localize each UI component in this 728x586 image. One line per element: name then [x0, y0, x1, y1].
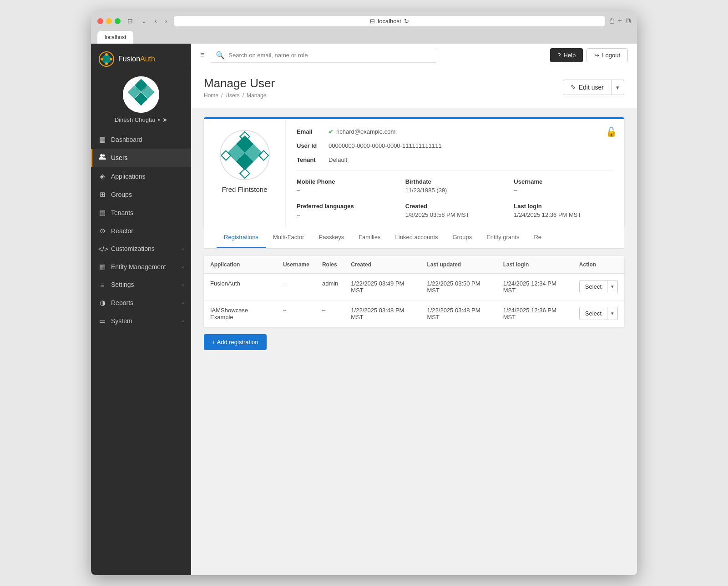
cell-roles: – [316, 300, 344, 327]
help-button[interactable]: ? Help [550, 48, 583, 62]
chevron-down-icon[interactable]: ⌄ [139, 16, 149, 25]
applications-icon: ◈ [98, 172, 106, 180]
cell-last-login: 1/24/2025 12:36 PM MST [497, 300, 573, 327]
tab-multi-factor[interactable]: Multi-Factor [266, 227, 312, 248]
user-details-section: 🔓 Email ✔ richard@example.com [286, 119, 624, 227]
tab-passkeys[interactable]: Passkeys [312, 227, 352, 248]
sidebar-item-groups[interactable]: ⊞ Groups [91, 185, 191, 204]
sidebar-item-users[interactable]: Users [91, 149, 191, 167]
header-actions: ✎ Edit user ▾ [563, 80, 624, 95]
table-row: FusionAuth – admin 1/22/2025 03:49 PM MS… [204, 273, 624, 300]
cell-roles: admin [316, 273, 344, 300]
minimize-traffic-light[interactable] [106, 18, 112, 24]
sidebar: FusionAuth [91, 44, 191, 575]
search-box[interactable]: 🔍 [210, 48, 437, 63]
svg-point-2 [105, 53, 108, 56]
fullscreen-traffic-light[interactable] [115, 18, 121, 24]
brand-name: FusionAuth [118, 55, 155, 63]
content-body: Fred Flintstone 🔓 Email ✔ [191, 108, 637, 575]
svg-point-16 [103, 154, 105, 156]
col-last-updated: Last updated [421, 256, 497, 274]
sidebar-item-system[interactable]: ▭ System ‹ [91, 312, 191, 330]
refresh-icon[interactable]: ↻ [404, 18, 409, 25]
tab-re[interactable]: Re [526, 227, 549, 248]
menu-icon[interactable]: ≡ [200, 51, 204, 59]
breadcrumb: Home / Users / Manage [204, 92, 275, 99]
sidebar-avatar-section: Dinesh Chugtai ▪ ➤ [91, 73, 191, 130]
browser-controls: ⊟ ⌄ ‹ › [125, 16, 169, 25]
preferred-languages-col: Preferred languages – [297, 203, 396, 218]
breadcrumb-users[interactable]: Users [225, 92, 239, 99]
breadcrumb-sep-1: / [221, 92, 222, 99]
chevron-left-icon-rep: ‹ [182, 300, 184, 306]
sidebar-user-avatar [123, 76, 159, 113]
reactor-icon: ⊙ [98, 227, 106, 235]
chevron-left-icon-sys: ‹ [182, 318, 184, 324]
sidebar-item-settings-label: Settings [111, 281, 134, 288]
cell-created: 1/22/2025 03:49 PM MST [344, 273, 420, 300]
sidebar-item-settings[interactable]: ≡ Settings ‹ [91, 276, 191, 294]
topbar: ≡ 🔍 ? Help ↪ Logout [191, 44, 637, 67]
user-profile-section: Fred Flintstone [204, 119, 286, 227]
groups-icon: ⊞ [98, 190, 106, 199]
sidebar-item-reactor[interactable]: ⊙ Reactor [91, 222, 191, 240]
tenant-field: Tenant Default [297, 156, 347, 163]
forward-icon[interactable]: › [163, 16, 170, 25]
detail-divider [297, 170, 613, 171]
select-dropdown-button[interactable]: ▾ [607, 280, 618, 293]
email-value: richard@example.com [336, 128, 395, 135]
logout-icon: ↪ [594, 52, 599, 59]
col-last-login: Last login [497, 256, 573, 274]
sidebar-username: Dinesh Chugtai ▪ ➤ [115, 116, 168, 123]
select-button[interactable]: Select [579, 307, 607, 320]
mobile-phone-value: – [297, 187, 396, 194]
search-input[interactable] [228, 52, 431, 59]
browser-actions: ⎙ + ⧉ [610, 17, 631, 25]
tab-families[interactable]: Families [351, 227, 388, 248]
cell-created: 1/22/2025 03:48 PM MST [344, 300, 420, 327]
sidebar-item-entity-management[interactable]: ▦ Entity Management ‹ [91, 258, 191, 276]
edit-user-dropdown-button[interactable]: ▾ [612, 80, 624, 95]
tab-linked-accounts[interactable]: Linked accounts [388, 227, 445, 248]
sidebar-item-tenants[interactable]: ▤ Tenants [91, 204, 191, 222]
tenant-row: Tenant Default [297, 156, 613, 163]
add-registration-button[interactable]: + Add registration [204, 334, 267, 350]
username-col: Username – [514, 178, 613, 194]
new-tab-icon[interactable]: + [618, 17, 622, 25]
sidebar-item-customizations[interactable]: </> Customizations ‹ [91, 240, 191, 258]
col-roles: Roles [316, 256, 344, 274]
share-icon[interactable]: ⎙ [610, 17, 614, 25]
tabs-bar: Registrations Multi-Factor Passkeys Fami… [204, 227, 624, 249]
created-value: 1/8/2025 03:58 PM MST [405, 211, 505, 218]
back-icon[interactable]: ‹ [152, 16, 159, 25]
system-icon: ▭ [98, 317, 106, 325]
edit-user-button[interactable]: ✎ Edit user [563, 80, 612, 95]
sidebar-item-dashboard[interactable]: ▦ Dashboard [91, 130, 191, 149]
sidebar-item-applications[interactable]: ◈ Applications [91, 167, 191, 185]
page-title-area: Manage User Home / Users / Manage [204, 76, 275, 99]
tab-groups[interactable]: Groups [445, 227, 480, 248]
breadcrumb-home[interactable]: Home [204, 92, 218, 99]
browser-tab-bar: localhost [97, 31, 631, 44]
edit-icon: ✎ [571, 84, 576, 91]
logout-button[interactable]: ↪ Logout [586, 48, 628, 62]
cell-action: Select ▾ [573, 273, 624, 300]
close-traffic-light[interactable] [97, 18, 103, 24]
user-fullname: Fred Flintstone [222, 185, 267, 193]
active-tab[interactable]: localhost [97, 31, 133, 44]
user-card: Fred Flintstone 🔓 Email ✔ [204, 117, 624, 227]
tabs-icon[interactable]: ⧉ [626, 17, 631, 25]
url-text: localhost [378, 18, 401, 25]
breadcrumb-sep-2: / [243, 92, 244, 99]
sidebar-item-groups-label: Groups [111, 191, 132, 198]
tenants-icon: ▤ [98, 209, 106, 217]
tenant-value: Default [329, 156, 347, 163]
sidebar-toggle-icon[interactable]: ⊟ [125, 16, 135, 25]
tab-registrations[interactable]: Registrations [217, 227, 266, 248]
address-bar[interactable]: ⊟ localhost ↻ [174, 16, 605, 26]
tab-entity-grants[interactable]: Entity grants [479, 227, 526, 248]
sidebar-item-entity-management-label: Entity Management [111, 263, 166, 270]
select-button[interactable]: Select [579, 280, 607, 293]
select-dropdown-button[interactable]: ▾ [607, 307, 618, 320]
sidebar-item-reports[interactable]: ◑ Reports ‹ [91, 294, 191, 312]
